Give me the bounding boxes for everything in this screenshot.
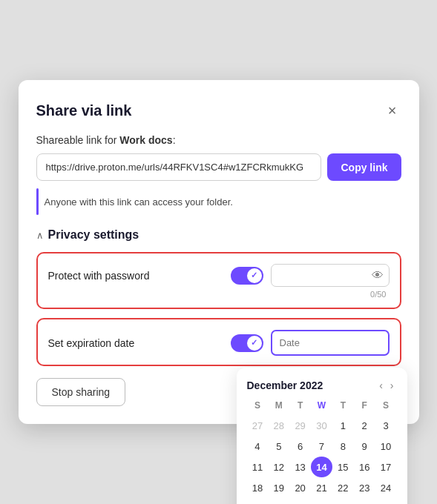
cal-day-cell[interactable]: 15 (332, 457, 354, 477)
cal-day-thu: T (332, 399, 354, 415)
password-row-right: ✓ 👁 (231, 264, 390, 287)
expiration-row: Set expiration date ✓ December 2022 (36, 318, 401, 366)
cal-day-cell[interactable]: 12 (268, 457, 289, 477)
cal-day-cell[interactable]: 1 (332, 415, 354, 436)
cal-day-cell[interactable]: 29 (289, 415, 311, 436)
cal-day-cell[interactable]: 29 (332, 498, 354, 504)
cal-day-cell[interactable]: 31 (375, 498, 397, 504)
expiration-label: Set expiration date (48, 337, 135, 349)
cal-day-cell[interactable]: 25 (247, 498, 269, 504)
cal-day-cell[interactable]: 10 (375, 436, 397, 457)
toggle-check-icon: ✓ (251, 271, 257, 280)
cal-day-cell[interactable]: 24 (375, 477, 397, 498)
expiration-toggle[interactable]: ✓ (231, 334, 263, 352)
date-input[interactable] (271, 330, 390, 356)
cal-day-cell[interactable]: 27 (289, 498, 311, 504)
cal-day-cell[interactable]: 28 (268, 415, 289, 436)
password-row: Protect with password ✓ 👁 0/50 (36, 252, 401, 309)
cal-day-cell[interactable]: 9 (354, 436, 375, 457)
cal-day-cell[interactable]: 19 (268, 477, 289, 498)
cal-day-cell[interactable]: 28 (311, 498, 332, 504)
cal-day-wed: W (311, 399, 332, 415)
cal-day-sat: S (375, 399, 397, 415)
cal-day-mon: M (268, 399, 289, 415)
password-label: Protect with password (48, 270, 150, 282)
cal-day-cell[interactable]: 11 (247, 457, 269, 477)
toggle-track: ✓ (231, 267, 263, 285)
expiration-toggle-track: ✓ (231, 334, 263, 352)
cal-day-cell[interactable]: 4 (247, 436, 269, 457)
info-bar-text: Anyone with this link can access your fo… (45, 196, 233, 208)
share-modal: Share via link × Shareable link for Work… (19, 80, 419, 424)
calendar-header: December 2022 ‹ › (247, 379, 397, 391)
cal-day-cell[interactable]: 30 (311, 415, 332, 436)
info-bar-accent (36, 188, 39, 215)
close-button[interactable]: × (384, 101, 401, 121)
shareable-label: Shareable link for Work docs: (36, 134, 401, 146)
cal-day-tue: T (289, 399, 311, 415)
chevron-icon: ∧ (36, 230, 44, 241)
cal-day-cell[interactable]: 14 (311, 457, 332, 477)
copy-link-button[interactable]: Copy link (327, 153, 401, 181)
cal-day-cell[interactable]: 5 (268, 436, 289, 457)
cal-day-cell[interactable]: 26 (268, 498, 289, 504)
toggle-thumb: ✓ (247, 268, 262, 283)
cal-day-cell[interactable]: 23 (354, 477, 375, 498)
calendar-grid: S M T W T F S 27282930123456789101112131… (247, 399, 397, 504)
cal-day-cell[interactable]: 21 (311, 477, 332, 498)
cal-day-cell[interactable]: 2 (354, 415, 375, 436)
char-count: 0/50 (48, 290, 390, 299)
privacy-section-title: Privacy settings (48, 228, 139, 242)
info-bar: Anyone with this link can access your fo… (36, 188, 401, 215)
modal-title: Share via link (36, 102, 132, 119)
cal-day-cell[interactable]: 18 (247, 477, 269, 498)
calendar-prev-button[interactable]: ‹ (376, 379, 386, 391)
expiration-toggle-thumb: ✓ (247, 336, 262, 351)
link-input[interactable] (36, 153, 322, 181)
calendar: December 2022 ‹ › S M T W T F S (237, 368, 407, 504)
password-toggle[interactable]: ✓ (231, 267, 263, 285)
eye-icon[interactable]: 👁 (372, 269, 384, 282)
cal-day-cell[interactable]: 8 (332, 436, 354, 457)
cal-day-cell[interactable]: 7 (311, 436, 332, 457)
cal-day-cell[interactable]: 30 (354, 498, 375, 504)
date-field (271, 330, 390, 356)
cal-day-cell[interactable]: 13 (289, 457, 311, 477)
calendar-nav-group: ‹ › (376, 379, 396, 391)
privacy-section-header: ∧ Privacy settings (36, 228, 401, 242)
cal-day-cell[interactable]: 27 (247, 415, 269, 436)
modal-header: Share via link × (36, 101, 401, 121)
cal-day-cell[interactable]: 20 (289, 477, 311, 498)
expiration-row-top: Set expiration date ✓ (48, 330, 390, 356)
cal-day-fri: F (354, 399, 375, 415)
stop-sharing-button[interactable]: Stop sharing (36, 378, 126, 406)
password-field: 👁 (271, 264, 390, 287)
password-row-top: Protect with password ✓ 👁 (48, 264, 390, 287)
cal-day-cell[interactable]: 22 (332, 477, 354, 498)
calendar-next-button[interactable]: › (387, 379, 397, 391)
cal-day-cell[interactable]: 6 (289, 436, 311, 457)
expiration-toggle-check-icon: ✓ (251, 338, 257, 348)
cal-day-cell[interactable]: 3 (375, 415, 397, 436)
cal-day-cell[interactable]: 16 (354, 457, 375, 477)
link-row: Copy link (36, 153, 401, 181)
calendar-month-year: December 2022 (247, 379, 323, 391)
cal-day-sun: S (247, 399, 269, 415)
expiration-row-right: ✓ (231, 330, 390, 356)
cal-day-cell[interactable]: 17 (375, 457, 397, 477)
